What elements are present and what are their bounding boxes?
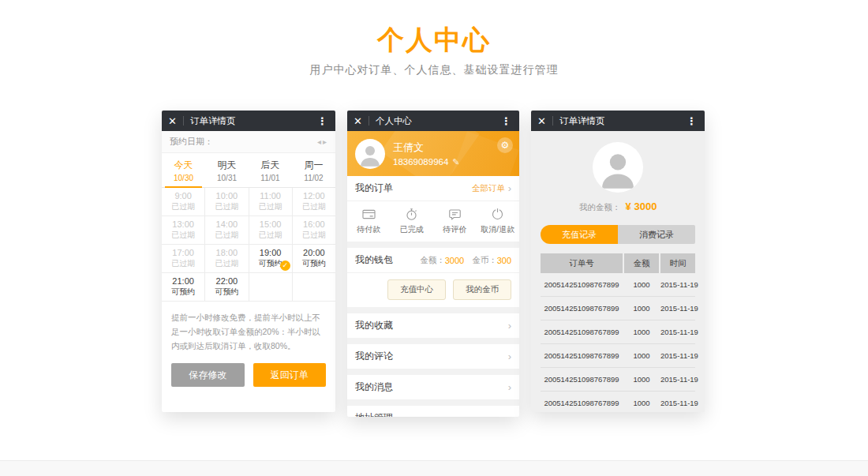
- menu-item-label: 地址管理: [355, 411, 508, 417]
- time-slot-status: 已过期: [259, 201, 282, 212]
- page-subtitle: 用户中心对订单、个人信息、基础设置进行管理: [0, 63, 868, 77]
- header-divider: [369, 116, 369, 126]
- section-gap: [347, 307, 519, 313]
- page-title: 个人中心: [0, 22, 868, 58]
- table-cell: 200514251098767899: [541, 399, 623, 407]
- date-tab-date: 10/31: [205, 174, 249, 182]
- time-slot-status: 可预约: [171, 287, 195, 298]
- time-slot: 14:00已过期: [205, 216, 248, 244]
- date-tab[interactable]: 明天10/31: [205, 153, 249, 187]
- time-slot[interactable]: 21:00可预约: [162, 273, 204, 301]
- my-wallet-header: 我的钱包 金额： 3000 金币： 300: [347, 248, 519, 273]
- app-header: ✕ 订单详情页 ⋮: [162, 111, 335, 131]
- menu-item-我的评论[interactable]: 我的评论›: [347, 344, 519, 369]
- wallet-buttons: 充值中心 我的金币: [347, 273, 519, 307]
- tab-consume-records[interactable]: 消费记录: [618, 225, 695, 244]
- prev-arrow-icon[interactable]: ◂: [316, 137, 322, 146]
- time-slot: 11:00已过期: [249, 188, 292, 216]
- all-orders-link[interactable]: 全部订单: [472, 183, 505, 194]
- screen-title: 订单详情页: [559, 115, 685, 127]
- more-menu-icon[interactable]: ⋮: [685, 115, 698, 127]
- phone-order-edit-screen: ✕ 订单详情页 ⋮ 预约日期： ◂ ▸ 今天10/30明天10/31后天11/0…: [162, 111, 335, 412]
- booking-date-row: 预约日期： ◂ ▸: [162, 131, 335, 153]
- close-icon[interactable]: ✕: [537, 115, 546, 127]
- menu-item-地址管理[interactable]: 地址管理›: [347, 406, 519, 417]
- date-tab-date: 10/30: [162, 174, 205, 182]
- order-type-已完成[interactable]: 已完成: [391, 207, 434, 235]
- phone-personal-center-screen: ✕ 个人中心 ⋮ 王倩文 18369089964✎ ⚙ 我的订单 全部订单 › …: [347, 111, 519, 417]
- comment-icon: [433, 207, 477, 222]
- table-cell: 2015-11-19: [660, 399, 698, 407]
- time-slot-status: 已过期: [171, 201, 195, 212]
- table-cell: 200514251098767899: [541, 328, 623, 336]
- time-slot-grid: 9:00已过期10:00已过期11:00已过期12:00已过期13:00已过期1…: [162, 188, 335, 302]
- time-slot: 17:00已过期: [162, 245, 204, 272]
- user-phone-number: 18369089964: [393, 157, 448, 167]
- date-tab-day: 后天: [249, 159, 292, 172]
- header-divider: [552, 116, 553, 126]
- my-coins-button[interactable]: 我的金币: [453, 279, 511, 300]
- back-to-order-button[interactable]: 返回订单: [253, 363, 327, 387]
- table-cell: 200514251098767899: [541, 351, 623, 360]
- balance-label: 金额：: [420, 255, 445, 266]
- order-type-shortcuts: 待付款已完成待评价取消/退款: [347, 201, 519, 242]
- time-slot: [293, 273, 335, 301]
- save-changes-button[interactable]: 保存修改: [171, 363, 245, 387]
- time-slot-status: 已过期: [215, 258, 238, 269]
- time-slot: 16:00已过期: [293, 216, 335, 244]
- date-tab-date: 11/01: [249, 174, 292, 182]
- user-name: 王倩文: [393, 141, 460, 155]
- table-cell: 1000: [624, 351, 659, 360]
- my-balance-line: 我的金额： ¥ 3000: [531, 199, 705, 213]
- time-slot-time: 10:00: [216, 191, 238, 201]
- table-cell: 200514251098767899: [541, 280, 623, 289]
- header-divider: [183, 116, 184, 126]
- my-wallet-title: 我的钱包: [355, 253, 420, 267]
- chevron-right-icon[interactable]: ›: [508, 182, 511, 194]
- order-type-待评价[interactable]: 待评价: [433, 207, 477, 235]
- time-slot: 15:00已过期: [249, 216, 292, 244]
- more-menu-icon[interactable]: ⋮: [499, 115, 513, 127]
- date-tab[interactable]: 今天10/30: [162, 153, 205, 187]
- close-icon[interactable]: ✕: [354, 115, 362, 127]
- chevron-right-icon: ›: [508, 320, 511, 332]
- time-slot: 18:00已过期: [205, 245, 248, 272]
- card-icon: [347, 207, 391, 222]
- date-tab[interactable]: 后天11/01: [249, 153, 292, 187]
- time-slot[interactable]: 19:00可预约✓: [249, 245, 292, 272]
- records-table-header: 订单号金额时间: [541, 253, 695, 273]
- avatar: [593, 142, 643, 193]
- menu-item-我的收藏[interactable]: 我的收藏›: [347, 313, 519, 338]
- time-slot[interactable]: 22:00可预约: [205, 273, 248, 301]
- time-slot-time: 13:00: [172, 219, 194, 229]
- records-table: 订单号金额时间 20051425109876789910002015-11-19…: [541, 253, 695, 412]
- order-type-取消/退款[interactable]: 取消/退款: [477, 207, 520, 235]
- edit-icon[interactable]: ✎: [452, 157, 459, 167]
- time-slot-status: 已过期: [215, 201, 238, 212]
- screen-title: 个人中心: [376, 115, 499, 127]
- time-slot-time: 17:00: [172, 248, 194, 257]
- column-header: 时间: [660, 253, 695, 273]
- close-icon[interactable]: ✕: [168, 115, 177, 127]
- more-menu-icon[interactable]: ⋮: [316, 115, 329, 127]
- date-tab[interactable]: 周一11/02: [292, 153, 335, 187]
- menu-item-label: 我的消息: [355, 380, 508, 394]
- chevron-right-icon: ›: [508, 350, 511, 362]
- personal-menu-list: 我的收藏›我的评论›我的消息›地址管理›: [347, 313, 519, 417]
- recharge-center-button[interactable]: 充值中心: [387, 279, 446, 300]
- order-type-待付款[interactable]: 待付款: [347, 207, 391, 235]
- next-arrow-icon[interactable]: ▸: [322, 137, 327, 146]
- record-tabs: 充值记录 消费记录: [541, 225, 695, 244]
- time-slot: 12:00已过期: [293, 188, 335, 216]
- my-orders-header: 我的订单 全部订单 ›: [347, 176, 519, 201]
- time-slot: [249, 273, 292, 301]
- table-row: 20051425109876789910002015-11-19: [541, 344, 695, 368]
- tab-recharge-records[interactable]: 充值记录: [541, 225, 618, 244]
- settings-gear-icon[interactable]: ⚙: [497, 137, 513, 153]
- column-header: 金额: [624, 253, 659, 273]
- menu-item-我的消息[interactable]: 我的消息›: [347, 375, 519, 399]
- time-slot[interactable]: 20:00可预约: [293, 245, 335, 272]
- time-slot-status: 可预约: [259, 258, 282, 269]
- menu-item-label: 我的收藏: [355, 319, 508, 332]
- time-slot: 10:00已过期: [205, 188, 248, 216]
